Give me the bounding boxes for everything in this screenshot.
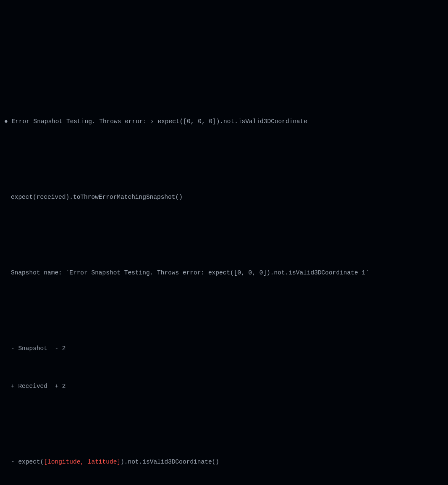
received-count: + Received + 2 bbox=[0, 380, 448, 393]
snapshot-count: - Snapshot - 2 bbox=[0, 342, 448, 355]
diff-minus-line: - expect([longitude, latitude]).not.isVa… bbox=[0, 456, 448, 468]
expect-line: expect(received).toThrowErrorMatchingSna… bbox=[0, 191, 448, 203]
snapshot-name: Snapshot name: `Error Snapshot Testing. … bbox=[0, 266, 448, 279]
test-title: Error Snapshot Testing. Throws error: › … bbox=[0, 115, 448, 128]
terminal-output: Error Snapshot Testing. Throws error: › … bbox=[0, 63, 448, 485]
